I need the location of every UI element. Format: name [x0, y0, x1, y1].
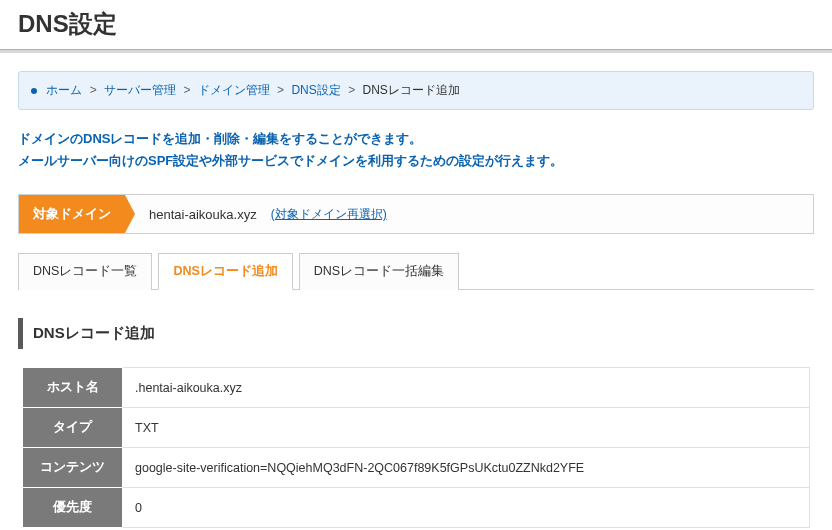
breadcrumb: ホーム > サーバー管理 > ドメイン管理 > DNS設定 > DNSレコード追…: [18, 71, 814, 110]
target-domain-value: hentai-aikouka.xyz: [149, 207, 257, 222]
breadcrumb-separator: >: [90, 83, 97, 97]
desc-line: ドメインのDNSレコードを追加・削除・編集をすることができます。: [18, 128, 814, 150]
tab-record-bulk-edit[interactable]: DNSレコード一括編集: [299, 253, 459, 290]
target-domain-bar: 対象ドメイン hentai-aikouka.xyz (対象ドメイン再選択): [18, 194, 814, 234]
target-domain-value-area: hentai-aikouka.xyz (対象ドメイン再選択): [125, 195, 813, 233]
host-value: .hentai-aikouka.xyz: [123, 368, 810, 408]
breadcrumb-link-server[interactable]: サーバー管理: [104, 83, 176, 97]
desc-line: メールサーバー向けのSPF設定や外部サービスでドメインを利用するための設定が行え…: [18, 150, 814, 172]
breadcrumb-link-home[interactable]: ホーム: [46, 83, 82, 97]
type-value: TXT: [123, 408, 810, 448]
target-domain-label: 対象ドメイン: [19, 195, 125, 233]
breadcrumb-separator: >: [348, 83, 355, 97]
tab-record-list[interactable]: DNSレコード一覧: [18, 253, 152, 290]
page-description: ドメインのDNSレコードを追加・削除・編集をすることができます。 メールサーバー…: [18, 128, 814, 172]
dns-record-table: ホスト名 .hentai-aikouka.xyz タイプ TXT コンテンツ g…: [22, 367, 810, 528]
breadcrumb-current: DNSレコード追加: [363, 83, 460, 97]
breadcrumb-link-dns[interactable]: DNS設定: [291, 83, 340, 97]
breadcrumb-link-domain[interactable]: ドメイン管理: [198, 83, 270, 97]
type-label: タイプ: [23, 408, 123, 448]
breadcrumb-separator: >: [277, 83, 284, 97]
reselect-domain-link[interactable]: (対象ドメイン再選択): [271, 206, 387, 223]
section-title: DNSレコード追加: [18, 318, 814, 349]
breadcrumb-bullet-icon: [31, 88, 37, 94]
host-label: ホスト名: [23, 368, 123, 408]
priority-label: 優先度: [23, 488, 123, 528]
contents-value: google-site-verification=NQQiehMQ3dFN-2Q…: [123, 448, 810, 488]
contents-label: コンテンツ: [23, 448, 123, 488]
tab-record-add[interactable]: DNSレコード追加: [158, 253, 292, 290]
page-title: DNS設定: [0, 0, 832, 53]
breadcrumb-separator: >: [183, 83, 190, 97]
priority-value: 0: [123, 488, 810, 528]
tabs: DNSレコード一覧 DNSレコード追加 DNSレコード一括編集: [18, 252, 814, 290]
